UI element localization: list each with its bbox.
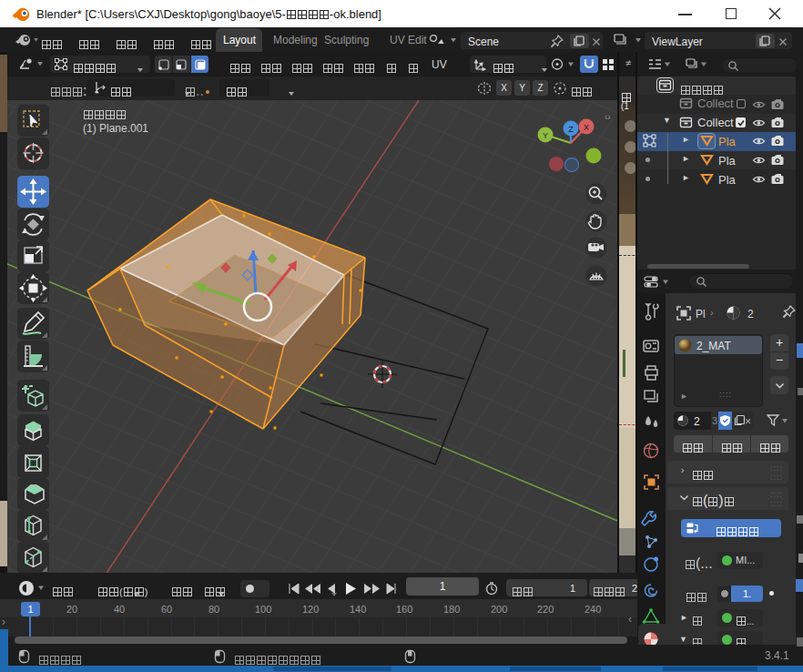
svg-text:X: X [584,123,589,132]
svg-text:Z: Z [568,125,574,134]
svg-text:Y: Y [543,131,548,140]
